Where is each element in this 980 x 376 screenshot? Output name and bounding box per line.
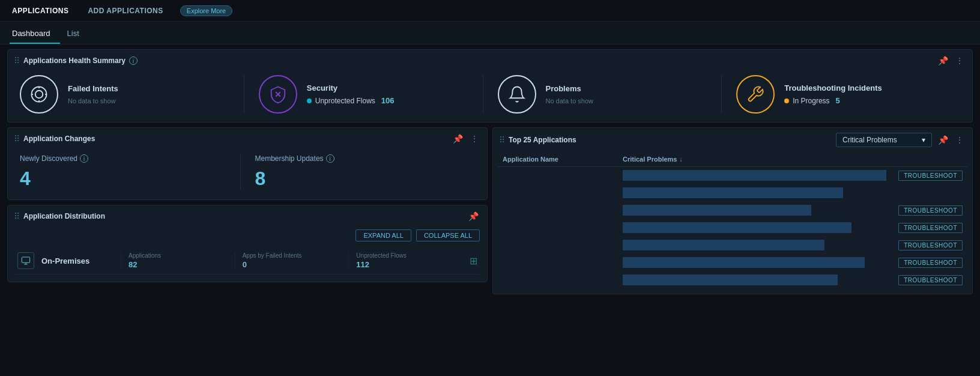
troubleshooting-value: 5	[836, 96, 840, 105]
security-value: 106	[381, 96, 395, 105]
health-item-security: Security Unprotected Flows 106	[244, 75, 483, 114]
health-summary-pin-button[interactable]: 📌	[937, 55, 949, 67]
tab-dashboard[interactable]: Dashboard	[10, 24, 60, 44]
td-bar-fill-3	[623, 222, 851, 233]
troubleshoot-button-2[interactable]: TROUBLESHOOT	[898, 205, 963, 216]
top25-drag-icon: ⠿	[499, 135, 505, 145]
top25-table: Application Name Critical Problems ↓ TRO…	[493, 150, 972, 294]
table-row: TROUBLESHOOT	[498, 167, 967, 184]
top25-controls: Critical Problems ▾ 📌 ⋮	[836, 133, 965, 147]
top25-dropdown[interactable]: Critical Problems ▾	[836, 133, 932, 147]
security-info: Security Unprotected Flows 106	[307, 83, 395, 105]
on-premises-apps-label: Applications	[129, 252, 235, 259]
td-action-6: TROUBLESHOOT	[897, 275, 963, 285]
newly-discovered-info-icon[interactable]: i	[80, 154, 88, 163]
health-item-failed-intents: Failed Intents No data to show	[20, 75, 244, 114]
app-distribution-pin-button[interactable]: 📌	[467, 210, 480, 222]
app-changes-content: Newly Discovered i 4 Membership Updates …	[8, 147, 487, 199]
troubleshoot-button-0[interactable]: TROUBLESHOOT	[898, 171, 963, 181]
problems-info: Problems No data to show	[546, 84, 594, 105]
left-col: ⠿ Application Changes 📌 ⋮ Newly Discover…	[7, 127, 488, 294]
health-summary-header: ⠿ Applications Health Summary i 📌 ⋮	[8, 50, 972, 69]
tab-list[interactable]: List	[65, 24, 89, 44]
health-summary-more-button[interactable]: ⋮	[954, 55, 965, 67]
td-action-2: TROUBLESHOOT	[897, 205, 963, 216]
app-changes-drag-icon: ⠿	[14, 134, 20, 144]
problems-no-data: No data to show	[546, 97, 594, 105]
troubleshoot-button-6[interactable]: TROUBLESHOOT	[898, 275, 963, 285]
svg-point-1	[35, 91, 43, 99]
on-premises-apps-metric: Applications 82	[121, 252, 235, 269]
on-premises-icon	[17, 252, 34, 269]
app-changes-card: ⠿ Application Changes 📌 ⋮ Newly Discover…	[7, 127, 488, 200]
th-app-name: Application Name	[503, 156, 623, 163]
td-bar-area-4	[623, 240, 892, 250]
target-icon	[30, 85, 48, 103]
app-changes-header-right: 📌 ⋮	[452, 133, 480, 145]
security-title: Security	[307, 83, 395, 92]
health-summary-card: ⠿ Applications Health Summary i 📌 ⋮	[7, 49, 973, 123]
failed-intents-info: Failed Intents No data to show	[68, 84, 118, 105]
tabs-bar: Dashboard List	[0, 22, 980, 44]
collapse-all-button[interactable]: COLLAPSE ALL	[416, 229, 480, 241]
troubleshoot-button-5[interactable]: TROUBLESHOOT	[898, 258, 963, 268]
security-dot	[307, 99, 312, 103]
on-premises-unprotected-label: Unprotected Flows	[356, 252, 462, 259]
app-distribution-header: ⠿ Application Distribution 📌	[8, 205, 487, 225]
problems-title: Problems	[546, 84, 594, 93]
table-row	[498, 184, 967, 202]
bell-icon	[508, 85, 526, 103]
security-circle	[259, 75, 297, 114]
dist-buttons: EXPAND ALL COLLAPSE ALL	[15, 229, 480, 241]
security-dot-label: Unprotected Flows	[315, 97, 375, 105]
td-action-3: TROUBLESHOOT	[897, 223, 963, 233]
table-header-row: Application Name Critical Problems ↓	[498, 152, 967, 167]
top25-more-button[interactable]: ⋮	[954, 134, 965, 146]
td-bar-area-3	[623, 222, 892, 233]
health-summary-title: Applications Health Summary	[23, 56, 126, 65]
membership-updates-info-icon[interactable]: i	[326, 154, 334, 163]
membership-updates-label: Membership Updates i	[255, 154, 461, 163]
app-changes-header: ⠿ Application Changes 📌 ⋮	[8, 128, 487, 147]
td-action-4: TROUBLESHOOT	[897, 240, 963, 250]
app-changes-pin-button[interactable]: 📌	[452, 133, 464, 145]
app-changes-more-button[interactable]: ⋮	[469, 133, 480, 145]
newly-discovered-item: Newly Discovered i 4	[20, 154, 241, 190]
drag-icon: ⠿	[14, 56, 20, 65]
expand-all-button[interactable]: EXPAND ALL	[355, 229, 411, 241]
on-premises-apps-value: 82	[129, 260, 235, 269]
health-item-problems: Problems No data to show	[483, 75, 722, 114]
th-critical-label: Critical Problems	[623, 156, 677, 163]
failed-intents-circle	[20, 75, 58, 114]
td-bar-fill-5	[623, 257, 865, 268]
top25-pin-button[interactable]: 📌	[937, 134, 949, 146]
membership-updates-value: 8	[255, 168, 461, 190]
top25-title-area: ⠿ Top 25 Applications	[499, 135, 576, 145]
troubleshoot-button-4[interactable]: TROUBLESHOOT	[898, 240, 963, 250]
explore-more-button[interactable]: Explore More	[180, 5, 232, 16]
on-premises-title: On-Premises	[41, 256, 113, 265]
on-premises-expand-icon[interactable]: ⊞	[470, 255, 477, 267]
on-premises-unprotected-value: 112	[356, 260, 462, 269]
troubleshooting-dot-label: In Progress	[793, 97, 829, 105]
table-row: TROUBLESHOOT	[498, 271, 967, 289]
nav-add-applications[interactable]: ADD APPLICATIONS	[85, 7, 165, 15]
top25-card: ⠿ Top 25 Applications Critical Problems …	[492, 127, 973, 294]
bottom-grid: ⠿ Application Changes 📌 ⋮ Newly Discover…	[7, 127, 973, 294]
health-summary-header-left: ⠿ Applications Health Summary i	[14, 56, 138, 65]
app-distribution-header-left: ⠿ Application Distribution	[14, 211, 105, 221]
on-premises-failed-metric: Apps by Failed Intents 0	[235, 252, 349, 269]
table-row: TROUBLESHOOT	[498, 254, 967, 271]
newly-discovered-label-text: Newly Discovered	[20, 154, 77, 163]
td-bar-fill-4	[623, 240, 824, 250]
app-distribution-card: ⠿ Application Distribution 📌 EXPAND ALL …	[7, 205, 488, 282]
troubleshoot-button-3[interactable]: TROUBLESHOOT	[898, 223, 963, 233]
nav-applications[interactable]: APPLICATIONS	[10, 7, 71, 15]
td-action-0: TROUBLESHOOT	[897, 171, 963, 181]
health-summary-content: Failed Intents No data to show Security	[8, 69, 972, 122]
health-summary-info-icon[interactable]: i	[129, 56, 138, 65]
troubleshooting-title: Troubleshooting Incidents	[784, 83, 882, 92]
wrench-icon	[746, 85, 764, 103]
td-action-5: TROUBLESHOOT	[897, 258, 963, 268]
on-premises-metrics: Applications 82 Apps by Failed Intents 0…	[121, 252, 462, 269]
